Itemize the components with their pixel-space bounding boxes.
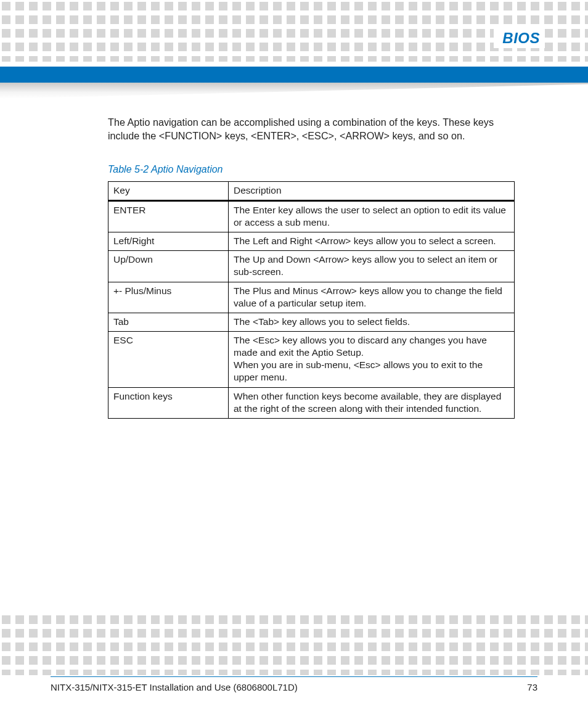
intro-paragraph: The Aptio navigation can be accomplished… (108, 116, 515, 143)
cell-desc: The Up and Down <Arrow> keys allow you t… (229, 251, 515, 282)
table-row: Tab The <Tab> key allows you to select f… (108, 313, 515, 331)
cell-key: ENTER (108, 200, 229, 232)
page-footer: NITX-315/NITX-315-ET Installation and Us… (51, 676, 537, 692)
cell-key: Tab (108, 313, 229, 331)
cell-key: Left/Right (108, 232, 229, 251)
footer-page-number: 73 (527, 682, 537, 692)
table-row: +- Plus/Minus The Plus and Minus <Arrow>… (108, 282, 515, 313)
cell-desc: The <Esc> key allows you to discard any … (229, 331, 515, 387)
aptio-navigation-table: Key Description ENTER The Enter key allo… (108, 181, 515, 419)
header-blue-bar (0, 67, 588, 83)
table-row: Up/Down The Up and Down <Arrow> keys all… (108, 251, 515, 282)
cell-key: ESC (108, 331, 229, 387)
table-header-row: Key Description (108, 181, 515, 200)
section-label: BIOS (494, 28, 545, 48)
table-row: ESC The <Esc> key allows you to discard … (108, 331, 515, 387)
cell-key: Function keys (108, 387, 229, 418)
cell-desc: The Plus and Minus <Arrow> keys allow yo… (229, 282, 515, 313)
cell-key: +- Plus/Minus (108, 282, 229, 313)
footer-doc-title: NITX-315/NITX-315-ET Installation and Us… (51, 682, 298, 692)
table-header-key: Key (108, 181, 229, 200)
table-row: Function keys When other function keys b… (108, 387, 515, 418)
table-row: Left/Right The Left and Right <Arrow> ke… (108, 232, 515, 251)
page-content: The Aptio navigation can be accomplished… (108, 116, 515, 419)
cell-desc: The <Tab> key allows you to select field… (229, 313, 515, 331)
table-row: ENTER The Enter key allows the user to s… (108, 200, 515, 232)
table-caption: Table 5-2 Aptio Navigation (108, 164, 515, 175)
cell-desc: The Left and Right <Arrow> keys allow yo… (229, 232, 515, 251)
cell-desc: The Enter key allows the user to select … (229, 200, 515, 232)
svg-rect-3 (0, 614, 588, 675)
cell-key: Up/Down (108, 251, 229, 282)
cell-desc: When other function keys become availabl… (229, 387, 515, 418)
header-shadow (0, 83, 588, 99)
table-header-description: Description (229, 181, 515, 200)
decorative-dot-band-bottom (0, 614, 588, 675)
footer-rule (51, 676, 537, 677)
